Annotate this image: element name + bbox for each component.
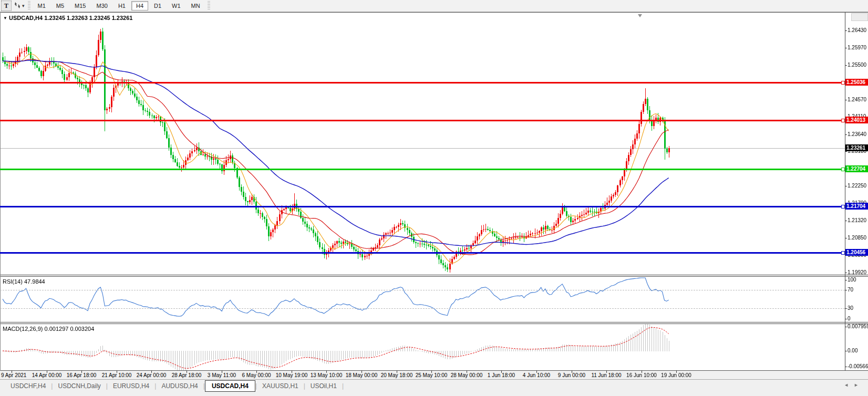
price-tag: 1.24013 xyxy=(845,117,868,123)
rsi-axis-tick xyxy=(845,319,847,319)
time-axis-label: 13 May 10:00 xyxy=(311,372,343,378)
macd-axis-tick xyxy=(845,367,847,367)
chart-tab-usoil-h1[interactable]: USOil,H1 xyxy=(305,381,342,391)
chart-tab-usdcnh-daily[interactable]: USDCNH,Daily xyxy=(53,381,106,391)
tab-separator: | xyxy=(342,382,344,390)
time-axis-label: 9 Jun 00:00 xyxy=(558,372,585,378)
horizontal-line-1.24013[interactable] xyxy=(0,120,845,121)
chart-title: ▼ USDCAD,H4 1.23245 1.23263 1.23245 1.23… xyxy=(3,15,132,21)
chart-tab-usdcad-h4[interactable]: USDCAD,H4 xyxy=(205,380,255,392)
price-axis-tick xyxy=(845,221,847,221)
timeframe-button-m30[interactable]: M30 xyxy=(92,1,112,11)
toolbar: T ▾ M1M5M15M30H1H4D1W1MN xyxy=(0,0,868,12)
macd-label: MACD(12,26,9) 0.001297 0.003204 xyxy=(3,326,94,332)
window-left-border xyxy=(0,12,1,371)
mt4-window: T ▾ M1M5M15M30H1H4D1W1MN ▼ USDCAD,H4 xyxy=(0,0,868,396)
rsi-axis-tick xyxy=(845,308,847,309)
time-axis-label: 14 Apr 00:00 xyxy=(32,372,62,378)
price-axis-tick xyxy=(845,186,847,186)
timeframe-buttons: M1M5M15M30H1H4D1W1MN xyxy=(33,1,205,11)
chart-corner-button[interactable] xyxy=(851,13,868,21)
price-axis-tick xyxy=(845,100,847,100)
horizontal-line-1.20456[interactable] xyxy=(0,252,845,254)
timeframe-button-d1[interactable]: D1 xyxy=(149,1,166,11)
rsi-axis-label: 100 xyxy=(848,277,856,283)
rsi-axis-tick xyxy=(845,280,847,280)
price-axis-label: 1.21320 xyxy=(848,217,866,223)
time-axis-label: 11 Jun 18:00 xyxy=(591,372,621,378)
time-axis-label: 25 May 10:00 xyxy=(416,372,448,378)
rsi-guide-line xyxy=(0,290,845,290)
symbol-tab-bar: USDCHF,H4|USDCNH,Daily|EURUSD,H4|AUDUSD,… xyxy=(0,379,868,392)
time-axis-label: 9 Apr 2021 xyxy=(1,372,26,378)
price-axis-label: 1.23640 xyxy=(848,131,866,137)
tab-scroll-arrows[interactable]: ◄► xyxy=(844,382,864,388)
time-axis-label: 19 Jun 00:00 xyxy=(661,372,691,378)
price-axis-tick xyxy=(845,134,847,135)
timeframe-button-m5[interactable]: M5 xyxy=(51,1,69,11)
price-axis-label: 1.19920 xyxy=(848,269,866,275)
time-axis-label: 6 May 00:00 xyxy=(242,372,271,378)
panel-border xyxy=(0,324,868,324)
price-axis-tick xyxy=(845,273,847,273)
rsi-axis-label: 70 xyxy=(848,287,853,293)
time-axis-label: 4 Jun 10:00 xyxy=(523,372,550,378)
tab-scroll-left-icon[interactable]: ◄ xyxy=(844,382,854,388)
price-tag: 1.25036 xyxy=(845,79,868,86)
horizontal-line-1.25036[interactable] xyxy=(0,82,845,84)
macd-axis-label: 0.007959 xyxy=(848,324,868,329)
line-anchor xyxy=(841,119,845,122)
timeframe-button-h4[interactable]: H4 xyxy=(131,1,148,11)
macd-canvas[interactable] xyxy=(0,324,868,370)
chart-symbol-label: USDCAD,H4 xyxy=(9,15,43,21)
rsi-axis-label: 0 xyxy=(848,316,851,321)
chart-tab-usdchf-h4[interactable]: USDCHF,H4 xyxy=(5,381,51,391)
arrows-tool-button[interactable]: ▾ xyxy=(14,1,25,11)
price-axis-tick xyxy=(845,238,847,238)
chart-tab-eurusd-h4[interactable]: EURUSD,H4 xyxy=(108,381,154,391)
chart-tab-audusd-h4[interactable]: AUDUSD,H4 xyxy=(156,381,203,391)
toolbar-grip2 xyxy=(208,1,210,11)
price-tag: 1.22704 xyxy=(845,165,868,172)
line-anchor xyxy=(841,251,845,255)
tab-scroll-right-icon[interactable]: ► xyxy=(854,382,864,388)
line-anchor xyxy=(841,81,845,85)
arrows-icon xyxy=(14,2,21,11)
timeframe-button-h1[interactable]: H1 xyxy=(113,1,130,11)
timeframe-button-mn[interactable]: MN xyxy=(187,1,205,11)
timeframe-button-m15[interactable]: M15 xyxy=(70,1,90,11)
rsi-guide-line xyxy=(0,308,845,309)
price-axis-label: 1.20850 xyxy=(848,235,866,241)
time-axis-line xyxy=(0,370,868,371)
chart-shift-marker[interactable] xyxy=(638,14,642,17)
price-axis-label: 1.22250 xyxy=(848,183,866,189)
price-axis-tick xyxy=(845,30,847,31)
price-axis-line xyxy=(845,12,845,371)
rsi-value: 47.9844 xyxy=(24,278,45,285)
time-axis-label: 16 Apr 18:00 xyxy=(67,372,97,378)
panel-border xyxy=(0,12,868,13)
macd-axis-tick xyxy=(845,351,847,351)
time-axis-label: 10 May 19:00 xyxy=(276,372,308,378)
time-axis-label: 28 Apr 18:00 xyxy=(172,372,202,378)
time-axis-label: 24 Apr 00:00 xyxy=(137,372,167,378)
rsi-label: RSI(14) 47.9844 xyxy=(3,278,45,285)
time-axis-label: 20 May 18:00 xyxy=(381,372,413,378)
timeframe-button-m1[interactable]: M1 xyxy=(33,1,50,11)
macd-axis-label: -0.005663 xyxy=(848,363,868,369)
chevron-down-icon: ▾ xyxy=(22,3,25,8)
time-axis-label: 16 Jun 10:00 xyxy=(626,372,657,378)
text-tool-button[interactable]: T xyxy=(1,1,12,11)
current-price-tag: 1.23261 xyxy=(845,144,868,151)
chart-tab-xauusd-h1[interactable]: XAUUSD,H1 xyxy=(257,381,304,391)
timeframe-button-w1[interactable]: W1 xyxy=(167,1,185,11)
horizontal-line-1.22704[interactable] xyxy=(0,169,845,170)
rsi-canvas[interactable] xyxy=(0,277,868,322)
price-axis-label: 1.26430 xyxy=(848,27,866,33)
chart-ohlc-values: 1.23245 1.23263 1.23245 1.23261 xyxy=(44,15,132,21)
panel-border xyxy=(0,322,868,322)
candlestick-canvas[interactable] xyxy=(0,12,868,275)
chart-dropdown-icon[interactable]: ▼ xyxy=(3,16,7,20)
rsi-axis-tick xyxy=(845,290,847,290)
horizontal-line-1.21704[interactable] xyxy=(0,206,845,207)
